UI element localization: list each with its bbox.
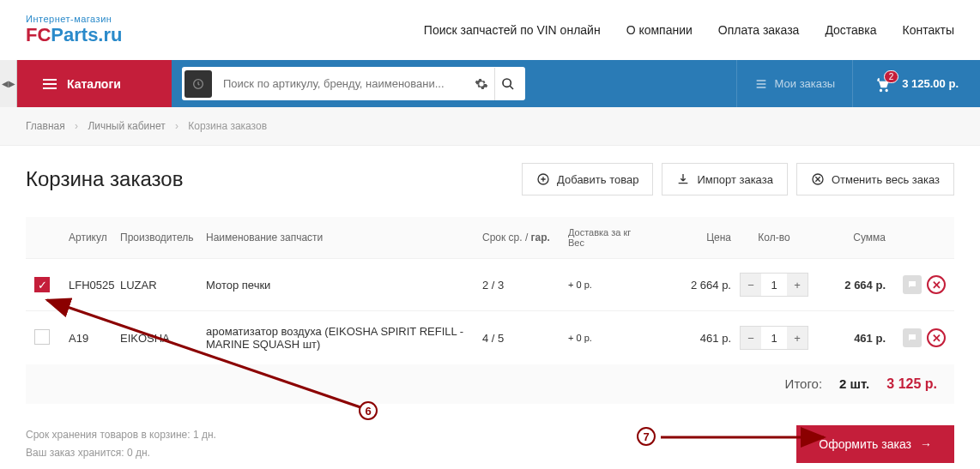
qty-plus[interactable]: + bbox=[787, 274, 808, 296]
cart-link[interactable]: 2 3 125.00 р. bbox=[852, 60, 980, 107]
cell-price: 2 664 р. bbox=[662, 279, 731, 292]
my-orders-label: Мои заказы bbox=[775, 77, 836, 90]
search-input[interactable] bbox=[215, 77, 469, 90]
cell-mfr: LUZAR bbox=[120, 279, 206, 292]
cell-article: A19 bbox=[69, 332, 120, 345]
qty-plus[interactable]: + bbox=[787, 327, 808, 349]
delete-icon[interactable]: ✕ bbox=[927, 275, 946, 294]
search-submit-icon[interactable] bbox=[494, 68, 520, 100]
nav-delivery[interactable]: Доставка bbox=[825, 23, 876, 37]
comment-icon[interactable] bbox=[903, 328, 922, 347]
top-nav: Поиск запчастей по VIN онлайн О компании… bbox=[424, 23, 954, 37]
qty-value[interactable]: 1 bbox=[761, 279, 787, 292]
cell-price: 461 р. bbox=[662, 332, 731, 345]
cart-badge: 2 bbox=[884, 70, 899, 83]
logo-fc: FC bbox=[26, 24, 51, 45]
catalog-button[interactable]: Каталоги bbox=[17, 60, 172, 107]
gear-icon[interactable] bbox=[469, 68, 494, 100]
logo-subtitle: Интернет-магазин bbox=[26, 14, 122, 24]
crumb-account[interactable]: Личный кабинет bbox=[88, 120, 165, 132]
totals-label: Итого: bbox=[785, 376, 822, 391]
svg-point-1 bbox=[503, 79, 511, 87]
my-orders-link[interactable]: Мои заказы bbox=[736, 60, 853, 107]
cancel-all-button[interactable]: Отменить весь заказ bbox=[796, 163, 954, 195]
th-price: Цена bbox=[662, 231, 731, 244]
nav-vin[interactable]: Поиск запчастей по VIN онлайн bbox=[424, 23, 601, 37]
cancel-circle-icon bbox=[811, 172, 825, 186]
quantity-stepper: − 1 + bbox=[740, 326, 808, 350]
row-checkbox[interactable] bbox=[34, 329, 50, 345]
delete-icon[interactable]: ✕ bbox=[927, 328, 946, 347]
catalog-label: Каталоги bbox=[67, 77, 121, 91]
burger-icon bbox=[43, 79, 57, 89]
cell-mfr: EIKOSHA bbox=[120, 332, 206, 345]
th-mfr: Производитель bbox=[120, 231, 206, 244]
arrow-right-icon: → bbox=[920, 437, 932, 451]
add-item-button[interactable]: Добавить товар bbox=[522, 163, 653, 195]
qty-value[interactable]: 1 bbox=[761, 332, 787, 345]
import-button[interactable]: Импорт заказа bbox=[662, 163, 788, 195]
storage-line2: Ваш заказ хранится: 0 дн. bbox=[26, 444, 216, 463]
download-icon bbox=[676, 172, 690, 186]
collapse-handle[interactable]: ◀▶ bbox=[0, 60, 17, 107]
logo-rest: Parts.ru bbox=[51, 24, 122, 45]
cart-total: 3 125.00 р. bbox=[902, 77, 959, 90]
plus-circle-icon bbox=[536, 172, 550, 186]
th-qty: Кол-во bbox=[731, 231, 817, 244]
crumb-home[interactable]: Главная bbox=[26, 120, 65, 132]
cell-name: Мотор печки bbox=[206, 279, 482, 292]
nav-contacts[interactable]: Контакты bbox=[903, 23, 954, 37]
breadcrumb: Главная › Личный кабинет › Корзина заказ… bbox=[0, 107, 980, 146]
cancel-all-label: Отменить весь заказ bbox=[832, 173, 940, 186]
qty-minus[interactable]: − bbox=[741, 327, 761, 349]
checkout-button[interactable]: Оформить заказ → bbox=[796, 425, 954, 463]
logo[interactable]: Интернет-магазин FCParts.ru bbox=[26, 14, 122, 46]
checkout-label: Оформить заказ bbox=[819, 437, 911, 451]
search-box bbox=[182, 67, 525, 100]
th-name: Наименование запчасти bbox=[206, 231, 482, 244]
cell-ship: + 0 р. bbox=[568, 333, 662, 343]
table-header: Артикул Производитель Наименование запча… bbox=[26, 217, 954, 258]
page-title: Корзина заказов bbox=[26, 167, 183, 191]
search-category-icon[interactable] bbox=[185, 70, 212, 98]
row-checkbox[interactable]: ✓ bbox=[34, 277, 50, 292]
th-article: Артикул bbox=[69, 231, 120, 244]
qty-minus[interactable]: − bbox=[741, 274, 761, 296]
totals-sum: 3 125 р. bbox=[886, 376, 937, 392]
cell-name: ароматизатор воздуха (EIKOSHA SPIRIT REF… bbox=[206, 325, 482, 351]
add-item-label: Добавить товар bbox=[557, 173, 638, 186]
cell-article: LFH0525 bbox=[69, 279, 120, 292]
import-label: Импорт заказа bbox=[697, 173, 773, 186]
cell-term: 4 / 5 bbox=[482, 332, 568, 345]
table-row: ✓ LFH0525 LUZAR Мотор печки 2 / 3 + 0 р.… bbox=[26, 258, 954, 310]
table-row: A19 EIKOSHA ароматизатор воздуха (EIKOSH… bbox=[26, 310, 954, 364]
nav-about[interactable]: О компании bbox=[626, 23, 693, 37]
storage-line1: Срок хранения товаров в корзине: 1 дн. bbox=[26, 426, 216, 445]
totals-qty: 2 шт. bbox=[839, 376, 869, 391]
cell-term: 2 / 3 bbox=[482, 279, 568, 292]
cell-sum: 461 р. bbox=[817, 332, 886, 345]
cell-ship: + 0 р. bbox=[568, 280, 662, 290]
totals-row: Итого: 2 шт. 3 125 р. bbox=[26, 364, 954, 404]
th-sum: Сумма bbox=[817, 231, 886, 244]
list-icon bbox=[754, 77, 768, 91]
storage-info: Срок хранения товаров в корзине: 1 дн. В… bbox=[26, 426, 216, 463]
th-ship: Доставка за кг Вес bbox=[568, 227, 662, 248]
crumb-current: Корзина заказов bbox=[188, 120, 267, 132]
comment-icon[interactable] bbox=[903, 275, 922, 294]
cell-sum: 2 664 р. bbox=[817, 279, 886, 292]
nav-payment[interactable]: Оплата заказа bbox=[718, 23, 800, 37]
th-term: Срок ср. / гар. bbox=[482, 231, 568, 244]
quantity-stepper: − 1 + bbox=[740, 273, 808, 297]
